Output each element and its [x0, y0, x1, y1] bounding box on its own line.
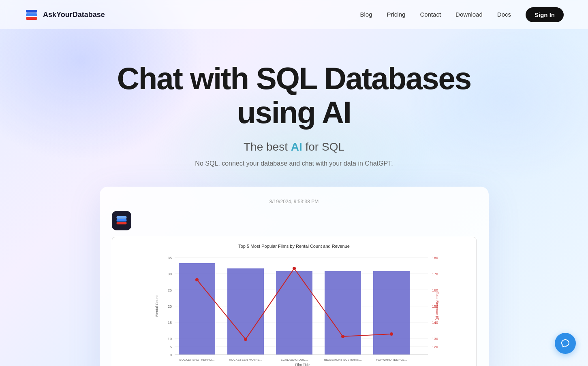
nav-pricing[interactable]: Pricing: [387, 11, 406, 18]
svg-text:RIDGEMONT SUBMARIN...: RIDGEMONT SUBMARIN...: [324, 358, 362, 362]
logo-link[interactable]: AskYourDatabase: [24, 7, 105, 22]
svg-text:Total Revenue ($): Total Revenue ($): [435, 292, 439, 321]
svg-text:130: 130: [432, 337, 438, 341]
svg-text:170: 170: [432, 272, 438, 276]
svg-text:25: 25: [167, 288, 171, 292]
logo-icon: [24, 7, 39, 22]
svg-point-35: [195, 278, 199, 281]
svg-text:Rental Count: Rental Count: [155, 295, 159, 317]
nav-download[interactable]: Download: [455, 11, 483, 18]
svg-text:5: 5: [169, 345, 171, 349]
svg-rect-34: [373, 271, 410, 355]
demo-card: 8/19/2024, 9:53:38 PM Top 5 Most Popular…: [100, 187, 489, 366]
svg-rect-1: [26, 13, 37, 16]
chart-svg: 35 30 25 20 15 10 5 0 Rental Count 180 1…: [119, 253, 470, 366]
signin-button[interactable]: Sign In: [526, 7, 564, 22]
timestamp-top: 8/19/2024, 9:53:38 PM: [112, 199, 477, 204]
svg-text:ROCKETEER MOTHE...: ROCKETEER MOTHE...: [229, 358, 262, 362]
svg-rect-33: [325, 271, 361, 355]
navbar: AskYourDatabase Blog Pricing Contact Dow…: [0, 0, 588, 29]
nav-contact[interactable]: Contact: [420, 11, 441, 18]
svg-text:120: 120: [432, 345, 438, 349]
chart-title: Top 5 Most Popular Films by Rental Count…: [119, 244, 470, 249]
svg-rect-2: [26, 10, 37, 13]
svg-text:35: 35: [167, 256, 171, 260]
svg-rect-30: [179, 263, 215, 355]
hero-subtitle: The best AI for SQL: [8, 140, 580, 153]
svg-rect-0: [26, 17, 37, 20]
svg-point-36: [244, 338, 247, 341]
svg-text:20: 20: [167, 304, 171, 309]
svg-rect-4: [116, 219, 126, 221]
svg-text:10: 10: [167, 337, 171, 341]
svg-rect-3: [116, 222, 126, 224]
hero-description: No SQL, connect your database and chat w…: [8, 160, 580, 167]
svg-text:140: 140: [432, 321, 438, 325]
svg-text:30: 30: [167, 272, 171, 276]
svg-text:15: 15: [167, 321, 171, 325]
svg-rect-5: [116, 216, 126, 219]
brand-name: AskYourDatabase: [43, 11, 105, 19]
chart-area: 35 30 25 20 15 10 5 0 Rental Count 180 1…: [119, 253, 470, 366]
chat-button[interactable]: [555, 333, 576, 354]
hero-title: Chat with SQL Databases using AI: [112, 62, 477, 129]
svg-point-38: [341, 335, 344, 338]
chart-container: Top 5 Most Popular Films by Rental Count…: [112, 237, 477, 366]
svg-text:FORWARD TEMPLE...: FORWARD TEMPLE...: [376, 358, 407, 362]
svg-text:Film Title: Film Title: [295, 363, 310, 366]
hero-section: Chat with SQL Databases using AI The bes…: [0, 29, 588, 366]
app-icon-svg: [116, 215, 127, 226]
svg-text:BUCKET BROTHERHO...: BUCKET BROTHERHO...: [179, 358, 214, 362]
nav-blog[interactable]: Blog: [360, 11, 372, 18]
app-icon: [112, 211, 131, 230]
chat-icon: [560, 338, 570, 348]
svg-rect-32: [276, 271, 312, 355]
nav-docs[interactable]: Docs: [497, 11, 511, 18]
svg-text:180: 180: [432, 256, 438, 260]
svg-point-39: [390, 332, 393, 336]
svg-rect-31: [227, 268, 264, 355]
svg-text:SCALAWAG DUC...: SCALAWAG DUC...: [280, 358, 308, 362]
svg-point-37: [293, 267, 296, 270]
nav-links: Blog Pricing Contact Download Docs Sign …: [360, 7, 564, 22]
svg-text:0: 0: [169, 353, 171, 357]
